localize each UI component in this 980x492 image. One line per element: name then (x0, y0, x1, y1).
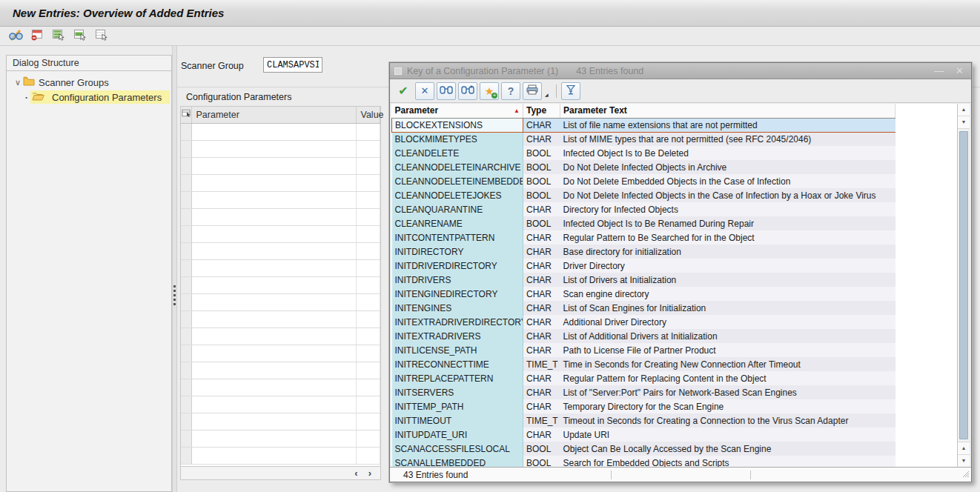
tree-selection-highlight[interactable]: Configuration Parameters (30, 90, 170, 104)
cell-text[interactable]: Temporary Directory for the Scan Engine (560, 399, 895, 413)
sel-col-cell[interactable] (181, 396, 191, 413)
cell-text[interactable]: Directory for Infected Objects (560, 202, 895, 216)
param-col-cell[interactable] (191, 226, 356, 243)
sel-col-cell[interactable] (181, 209, 191, 226)
cell-type[interactable]: CHAR (523, 329, 560, 343)
param-row[interactable]: INITRECONNECTTIMETIME_TTime in Seconds f… (392, 357, 895, 371)
cell-type[interactable]: CHAR (523, 301, 560, 315)
value-col-cell[interactable] (356, 141, 380, 158)
scroll-left-arrow[interactable]: ‹ (354, 468, 357, 479)
sel-col-cell[interactable] (181, 294, 191, 311)
cell-type[interactable]: CHAR (523, 315, 560, 329)
cell-text[interactable]: Base directory for initialization (560, 245, 895, 259)
cell-text[interactable]: List of Additional Drivers at Initializa… (560, 329, 895, 343)
value-col-cell[interactable] (356, 260, 380, 277)
cell-text[interactable]: Additional Driver Directory (560, 315, 895, 329)
empty-row[interactable] (181, 379, 380, 396)
scroll-up-button-bottom[interactable]: ▲ (958, 442, 970, 454)
cell-type[interactable]: CHAR (523, 118, 560, 132)
param-row[interactable]: CLEANNODELETEINEMBEDDEDBOOLDo Not Delete… (392, 174, 895, 188)
param-row[interactable]: CLEANNODELETEINARCHIVEBOOLDo Not Delete … (392, 160, 895, 174)
column-header-parameter[interactable]: Parameter (191, 107, 356, 123)
param-col-cell[interactable] (191, 396, 356, 413)
cell-type[interactable]: CHAR (523, 385, 560, 399)
value-col-cell[interactable] (356, 192, 380, 209)
param-col-cell[interactable] (191, 413, 356, 430)
value-col-cell[interactable] (356, 158, 380, 175)
cell-param[interactable]: INITDRIVERDIRECTORY (392, 259, 523, 273)
cell-type[interactable]: CHAR (523, 371, 560, 385)
value-col-cell[interactable] (356, 379, 380, 396)
help-button[interactable]: ? (501, 82, 520, 100)
empty-row[interactable] (181, 277, 380, 294)
param-col-cell[interactable] (191, 141, 356, 158)
cell-param[interactable]: SCANALLEMBEDDED (392, 456, 523, 467)
cell-type[interactable]: BOOL (523, 188, 560, 202)
scroll-down-button-bottom[interactable]: ▼ (958, 454, 970, 467)
find-button[interactable] (437, 82, 456, 100)
cell-param[interactable]: INITUPDATE_URI (392, 428, 523, 442)
print-button[interactable] (523, 82, 542, 100)
cell-type[interactable]: BOOL (523, 456, 560, 467)
empty-row[interactable] (181, 362, 380, 379)
param-col-cell[interactable] (191, 175, 356, 192)
param-col-cell[interactable] (191, 260, 356, 277)
cell-param[interactable]: INITREPLACEPATTERN (392, 371, 523, 385)
chevron-down-icon[interactable]: ∨ (13, 78, 23, 87)
sel-col-cell[interactable] (181, 277, 191, 294)
column-header-type[interactable]: Type (523, 104, 560, 118)
cell-text[interactable]: List of Drivers at Initialization (560, 273, 895, 287)
find-next-button[interactable] (458, 82, 477, 100)
sel-col-cell[interactable] (181, 141, 191, 158)
param-col-cell[interactable] (191, 448, 356, 465)
param-row[interactable]: INITCONTENTPATTERNCHARRegular Pattern to… (392, 230, 895, 245)
cell-text[interactable]: Infected Object Is to Be Renamed During … (560, 216, 895, 230)
cell-param[interactable]: INITTEMP_PATH (392, 399, 523, 413)
cell-param[interactable]: SCANACCESSFILESLOCAL (392, 442, 523, 456)
sel-col-cell[interactable] (181, 124, 191, 141)
cell-text[interactable]: Do Not Delete Infected Objects in Archiv… (560, 160, 895, 174)
value-col-cell[interactable] (356, 328, 380, 345)
param-row[interactable]: BLOCKEXTENSIONSCHARList of file name ext… (392, 118, 895, 132)
cell-text[interactable]: List of file name extensions that are no… (560, 118, 895, 132)
scrollbar-thumb[interactable] (959, 131, 968, 439)
cell-param[interactable]: CLEANQUARANTINE (392, 202, 523, 216)
cell-text[interactable]: Do Not Delete Embedded Objects in the Ca… (560, 174, 895, 188)
param-row[interactable]: SCANALLEMBEDDEDBOOLSearch for Embedded O… (392, 456, 895, 467)
empty-row[interactable] (181, 396, 380, 413)
param-col-cell[interactable] (191, 311, 356, 328)
change-display-button[interactable] (7, 29, 24, 44)
cell-type[interactable]: CHAR (523, 202, 560, 216)
cell-param[interactable]: INITDIRECTORY (392, 245, 523, 259)
sel-col-cell[interactable] (181, 430, 191, 448)
cell-param[interactable]: INITENGINES (392, 301, 523, 315)
param-row[interactable]: INITREPLACEPATTERNCHARRegular Pattern fo… (392, 371, 895, 385)
select-block-button[interactable] (72, 29, 88, 44)
cell-type[interactable]: TIME_T (523, 413, 560, 428)
delete-row-button[interactable] (29, 29, 45, 44)
param-row[interactable]: INITLICENSE_PATHCHARPath to License File… (392, 343, 895, 357)
cell-type[interactable]: CHAR (523, 343, 560, 357)
empty-row[interactable] (181, 430, 380, 448)
vertical-scrollbar[interactable]: ▲ ▼ ▲ ▼ (957, 104, 970, 467)
cell-type[interactable]: CHAR (523, 245, 560, 259)
param-col-cell[interactable] (191, 362, 356, 379)
cell-type[interactable]: CHAR (523, 399, 560, 413)
sel-col-cell[interactable] (181, 158, 191, 175)
param-row[interactable]: BLOCKMIMETYPESCHARList of MIME types tha… (392, 132, 895, 146)
sel-col-cell[interactable] (181, 448, 191, 465)
cell-text[interactable]: List of "Server:Port" Pairs for Network-… (560, 385, 895, 399)
empty-row[interactable] (181, 413, 380, 430)
cell-param[interactable]: INITEXTRADRIVERS (392, 329, 523, 343)
empty-row[interactable] (181, 124, 380, 141)
cell-param[interactable]: INITDRIVERS (392, 273, 523, 287)
sel-col-cell[interactable] (181, 260, 191, 277)
cell-param[interactable]: INITENGINEDIRECTORY (392, 287, 523, 301)
cell-type[interactable]: CHAR (523, 428, 560, 442)
add-favorite-button[interactable]: ★ + (480, 82, 499, 100)
value-col-cell[interactable] (356, 430, 380, 448)
dialog-title-bar[interactable]: Key of a Configuration Parameter (1) 43 … (390, 63, 971, 79)
param-row[interactable]: INITTEMP_PATHCHARTemporary Directory for… (392, 399, 895, 413)
cell-text[interactable]: List of Scan Engines for Initialization (560, 301, 895, 315)
param-row[interactable]: INITENGINEDIRECTORYCHARScan engine direc… (392, 287, 895, 301)
